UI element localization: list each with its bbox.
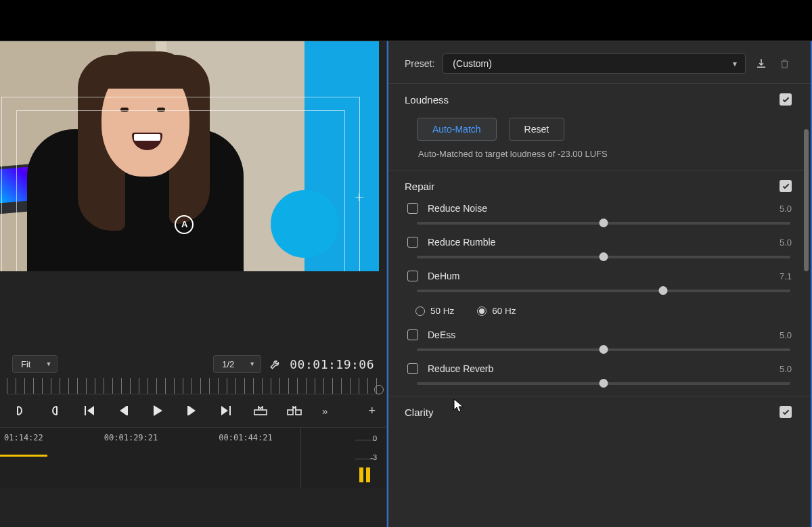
param-value[interactable]: 5.0 <box>780 237 792 248</box>
svg-rect-7 <box>229 406 231 415</box>
chevron-down-icon: ▼ <box>731 60 738 68</box>
preset-value: (Custom) <box>453 58 492 69</box>
program-monitor-panel: Fit ▼ 1/2 ▼ 00:01:19:06 <box>0 41 387 527</box>
slider-thumb-icon[interactable] <box>600 252 608 261</box>
slider-thumb-icon[interactable] <box>659 286 668 295</box>
audio-meter: 0 -3 <box>355 432 376 484</box>
timeline-timecode: 01:14:22 <box>4 433 43 442</box>
timecode-display[interactable]: 00:01:19:06 <box>290 357 374 371</box>
preset-label: Preset: <box>405 58 434 69</box>
svg-marker-5 <box>189 406 196 415</box>
clarity-section: Clarity <box>388 396 811 428</box>
param-label: Reduce Reverb <box>428 363 493 374</box>
resolution-value: 1/2 <box>222 359 234 369</box>
transport-controls: » + <box>0 394 386 427</box>
clarity-enable-checkbox[interactable] <box>780 406 792 418</box>
loudness-section: Loudness Auto-Match Reset Auto-Matched t… <box>388 83 811 170</box>
step-back-button[interactable] <box>116 406 131 415</box>
mark-in-button[interactable] <box>12 405 27 416</box>
loudness-enable-checkbox[interactable] <box>780 93 792 106</box>
param-label: Reduce Noise <box>428 203 487 214</box>
param-value[interactable]: 7.1 <box>780 271 792 281</box>
timeline-tracks[interactable]: 01:14:22 00:01:29:21 00:01:44:21 <box>0 428 301 488</box>
svg-marker-2 <box>120 406 127 415</box>
delete-preset-button[interactable] <box>777 58 792 70</box>
crosshair-icon <box>355 197 363 198</box>
slider-thumb-icon[interactable] <box>600 379 608 388</box>
param-value[interactable]: 5.0 <box>780 204 792 214</box>
radio-icon <box>477 306 487 316</box>
svg-marker-1 <box>87 406 94 415</box>
param-label: DeEss <box>428 329 455 340</box>
hum-60hz-radio[interactable]: 60 Hz <box>477 306 516 316</box>
zoom-value: Fit <box>21 359 30 369</box>
time-ruler[interactable] <box>7 378 380 394</box>
meter-label: -3 <box>370 453 377 461</box>
param-label: Reduce Rumble <box>428 237 495 248</box>
essential-sound-panel: Preset: (Custom) ▼ Loudness <box>387 41 812 527</box>
dehum-checkbox[interactable] <box>407 271 418 281</box>
video-frame <box>0 41 379 271</box>
reduce-rumble-slider[interactable] <box>417 256 790 258</box>
radio-icon <box>415 306 425 316</box>
go-to-in-button[interactable] <box>83 406 97 415</box>
hum-frequency-group: 50 Hz 60 Hz <box>405 299 792 324</box>
reduce-noise-checkbox[interactable] <box>407 203 418 214</box>
section-title[interactable]: Loudness <box>405 94 449 106</box>
reduce-rumble-param: Reduce Rumble 5.0 <box>405 231 792 265</box>
repair-section: Repair Reduce Noise 5.0 <box>388 170 811 396</box>
meter-label: 0 <box>373 434 377 442</box>
preset-row: Preset: (Custom) ▼ <box>388 41 811 83</box>
wrench-icon[interactable] <box>268 358 283 370</box>
resolution-select[interactable]: 1/2 ▼ <box>213 355 261 373</box>
reduce-noise-slider[interactable] <box>417 222 790 225</box>
chevron-down-icon: ▼ <box>249 361 255 367</box>
reduce-noise-param: Reduce Noise 5.0 <box>405 198 792 231</box>
repair-enable-checkbox[interactable] <box>780 180 792 192</box>
reduce-reverb-checkbox[interactable] <box>407 363 418 374</box>
add-button[interactable]: + <box>368 404 376 418</box>
section-title[interactable]: Clarity <box>405 407 434 418</box>
svg-rect-9 <box>288 410 293 415</box>
timeline-timecode: 00:01:29:21 <box>104 433 158 442</box>
deess-param: DeEss 5.0 <box>405 324 792 358</box>
save-preset-button[interactable] <box>754 58 769 70</box>
overwrite-button[interactable] <box>287 406 302 415</box>
svg-rect-0 <box>85 406 86 415</box>
chevron-down-icon: ▼ <box>45 361 51 367</box>
insert-button[interactable] <box>253 406 268 415</box>
param-value[interactable]: 5.0 <box>780 364 792 374</box>
play-button[interactable] <box>150 405 165 416</box>
loudness-status-text: Auto-Matched to target loudness of -23.0… <box>405 146 792 166</box>
preview-controls-bar: Fit ▼ 1/2 ▼ 00:01:19:06 <box>0 350 386 378</box>
panel-scrollbar[interactable] <box>804 129 809 271</box>
param-value[interactable]: 5.0 <box>780 330 792 340</box>
param-label: DeHum <box>428 271 459 281</box>
deess-slider[interactable] <box>417 348 790 351</box>
step-forward-button[interactable] <box>184 406 199 415</box>
auto-match-button[interactable]: Auto-Match <box>417 118 497 141</box>
svg-rect-4 <box>187 406 189 415</box>
go-to-out-button[interactable] <box>218 406 233 415</box>
reduce-reverb-param: Reduce Reverb 5.0 <box>405 358 792 392</box>
slider-thumb-icon[interactable] <box>600 219 608 227</box>
hum-50hz-radio[interactable]: 50 Hz <box>415 306 454 316</box>
slider-thumb-icon[interactable] <box>600 345 608 354</box>
section-title[interactable]: Repair <box>405 181 434 192</box>
more-controls-button[interactable]: » <box>322 405 328 417</box>
reduce-reverb-slider[interactable] <box>417 382 790 385</box>
reduce-rumble-checkbox[interactable] <box>407 237 418 248</box>
mark-out-button[interactable] <box>47 405 62 416</box>
dehum-slider[interactable] <box>417 290 790 292</box>
svg-rect-10 <box>296 410 301 415</box>
work-area-bar[interactable] <box>0 455 47 457</box>
dehum-param: DeHum 7.1 <box>405 265 792 299</box>
reset-button[interactable]: Reset <box>509 118 565 141</box>
timeline-timecode: 00:01:44:21 <box>219 433 272 442</box>
svg-rect-8 <box>254 410 267 415</box>
zoom-level-select[interactable]: Fit ▼ <box>12 355 58 373</box>
preset-select[interactable]: (Custom) ▼ <box>443 53 746 74</box>
deess-checkbox[interactable] <box>407 329 418 340</box>
svg-marker-6 <box>221 406 228 415</box>
video-preview[interactable] <box>0 41 379 271</box>
